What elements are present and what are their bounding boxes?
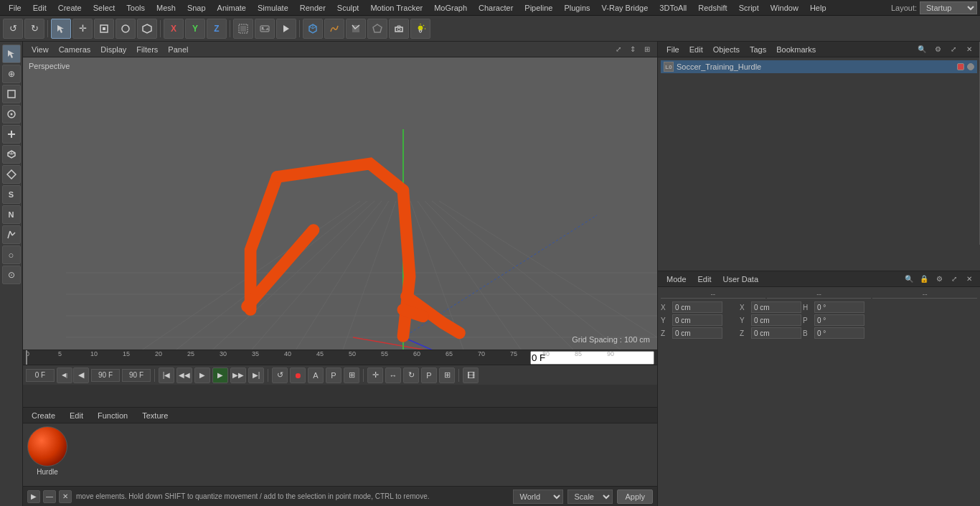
bottom-tab-texture[interactable]: Texture xyxy=(136,410,174,421)
menu-sculpt[interactable]: Sculpt xyxy=(331,2,365,14)
rotate-tool-button[interactable] xyxy=(116,19,136,39)
go-last-btn[interactable]: ▶| xyxy=(248,367,264,383)
select-all-button[interactable] xyxy=(346,19,366,39)
menu-character[interactable]: Character xyxy=(473,2,519,14)
attr-menu-mode[interactable]: Mode xyxy=(662,273,691,285)
object-visibility-btn[interactable] xyxy=(967,63,974,70)
pos-z-input[interactable] xyxy=(672,327,722,339)
move-tool-button[interactable]: ✛ xyxy=(72,19,93,39)
object-row-hurdle[interactable]: L0 Soccer_Training_Hurdle xyxy=(661,60,977,73)
mark-btn[interactable]: P xyxy=(326,367,341,383)
vp-icon-grid[interactable]: ⊞ xyxy=(641,44,653,55)
vp-menu-filters[interactable]: Filters xyxy=(132,44,162,55)
menu-mograph[interactable]: MoGraph xyxy=(428,2,473,14)
status-icon-close[interactable]: ✕ xyxy=(59,490,72,503)
scale-tool-button[interactable] xyxy=(94,19,114,39)
status-icon-minimize[interactable]: — xyxy=(43,490,56,503)
scale-dropdown[interactable]: Scale Move Rotate xyxy=(567,489,613,504)
attr-menu-userdata[interactable]: User Data xyxy=(719,273,763,285)
render-picture-viewer-button[interactable] xyxy=(255,19,275,39)
obj-menu-objects[interactable]: Objects xyxy=(709,44,744,55)
vp-menu-panel[interactable]: Panel xyxy=(164,44,192,55)
scale-b-input[interactable] xyxy=(814,327,864,339)
select-tool-button[interactable] xyxy=(51,19,71,39)
select2-button[interactable] xyxy=(367,19,387,39)
render-region-button[interactable] xyxy=(233,19,253,39)
menu-select[interactable]: Select xyxy=(88,2,121,14)
material-ball[interactable] xyxy=(27,426,67,467)
autokey-btn[interactable]: A xyxy=(308,367,324,383)
attr-close-icon[interactable]: ✕ xyxy=(963,273,976,286)
menu-plugins[interactable]: Plugins xyxy=(558,2,595,14)
material-item[interactable]: Hurdle xyxy=(26,426,69,483)
bottom-tab-edit[interactable]: Edit xyxy=(64,410,89,421)
spline-button[interactable] xyxy=(324,19,344,39)
dots-btn[interactable]: ⊞ xyxy=(439,367,455,383)
left-tool-cube[interactable] xyxy=(2,145,21,164)
step-back-btn[interactable]: ◀◀ xyxy=(176,367,192,383)
left-tool-poly[interactable] xyxy=(2,165,21,184)
bottom-tab-function[interactable]: Function xyxy=(92,410,133,421)
menu-file[interactable]: File xyxy=(3,2,27,14)
timeline-ruler[interactable]: 0 5 10 15 20 25 30 35 40 45 50 55 60 65 … xyxy=(23,350,657,365)
attr-expand-icon[interactable]: ⤢ xyxy=(948,273,961,286)
scale-tl-btn[interactable]: ↔ xyxy=(385,367,401,383)
go-first-btn[interactable]: |◀ xyxy=(159,367,174,383)
menu-pipeline[interactable]: Pipeline xyxy=(519,2,558,14)
new-object-button[interactable] xyxy=(137,19,157,39)
world-dropdown[interactable]: World Object Camera xyxy=(513,489,563,504)
menu-script[interactable]: Script xyxy=(733,2,765,14)
camera-button[interactable] xyxy=(389,19,409,39)
z-axis-button[interactable]: Z xyxy=(207,19,227,39)
menu-create[interactable]: Create xyxy=(52,2,88,14)
menu-window[interactable]: Window xyxy=(765,2,804,14)
viewport[interactable]: View Cameras Display Filters Panel ⤢ ⇕ ⊞ xyxy=(23,42,657,350)
y-axis-button[interactable]: Y xyxy=(185,19,205,39)
end-frame-1-input[interactable] xyxy=(91,369,120,382)
menu-snap[interactable]: Snap xyxy=(182,2,212,14)
film-btn[interactable]: 🎞 xyxy=(463,367,479,383)
vp-menu-cameras[interactable]: Cameras xyxy=(55,44,95,55)
start-frame-input[interactable] xyxy=(26,369,55,382)
attr-settings-icon[interactable]: ⚙ xyxy=(933,273,946,286)
pos-y-input[interactable] xyxy=(672,314,722,326)
vp-icon-expand[interactable]: ⤢ xyxy=(613,44,624,55)
render-button[interactable] xyxy=(276,19,296,39)
obj-menu-file[interactable]: File xyxy=(662,44,684,55)
rot-y-input[interactable] xyxy=(751,314,801,326)
menu-tools[interactable]: Tools xyxy=(121,2,151,14)
menu-render[interactable]: Render xyxy=(294,2,331,14)
left-tool-sphere[interactable]: ⊙ xyxy=(2,266,21,284)
apply-button[interactable]: Apply xyxy=(617,489,653,504)
grid-btn[interactable]: ⊞ xyxy=(344,367,359,383)
left-tool-circle[interactable]: ○ xyxy=(2,245,21,264)
record-btn[interactable]: ⏺ xyxy=(290,367,306,383)
left-tool-select[interactable] xyxy=(2,44,21,63)
left-tool-view[interactable]: ⊕ xyxy=(2,65,21,83)
play-fwd-btn[interactable]: ▶▶ xyxy=(230,367,246,383)
end-frame-2-input[interactable] xyxy=(122,369,151,382)
bottom-tab-create[interactable]: Create xyxy=(26,410,61,421)
loop-btn[interactable]: ↺ xyxy=(272,367,288,383)
left-tool-nurbs[interactable]: N xyxy=(2,205,21,224)
frame-prev-btn[interactable]: ◀ xyxy=(73,367,89,383)
attr-menu-edit[interactable]: Edit xyxy=(694,273,716,285)
pos-x-input[interactable] xyxy=(672,301,722,313)
viewport-canvas[interactable]: .grid-line { stroke: #686868; stroke-wid… xyxy=(23,57,657,350)
objects-search-icon[interactable]: 🔍 xyxy=(915,43,928,56)
menu-motion-tracker[interactable]: Motion Tracker xyxy=(364,2,428,14)
rotate-tl-btn[interactable]: ↻ xyxy=(403,367,419,383)
x-axis-button[interactable]: X xyxy=(164,19,184,39)
rot-z-input[interactable] xyxy=(751,327,801,339)
menu-simulate[interactable]: Simulate xyxy=(252,2,294,14)
vp-menu-display[interactable]: Display xyxy=(96,44,131,55)
rot-x-input[interactable] xyxy=(751,301,801,313)
object-color-dot[interactable] xyxy=(957,63,964,70)
obj-menu-edit[interactable]: Edit xyxy=(685,44,707,55)
obj-menu-tags[interactable]: Tags xyxy=(745,44,771,55)
step-fwd-btn[interactable]: ▶ xyxy=(194,367,210,383)
menu-animate[interactable]: Animate xyxy=(212,2,252,14)
attr-search-icon[interactable]: 🔍 xyxy=(903,273,915,286)
vp-menu-view[interactable]: View xyxy=(27,44,53,55)
menu-3dtoall[interactable]: 3DToAll xyxy=(654,2,692,14)
